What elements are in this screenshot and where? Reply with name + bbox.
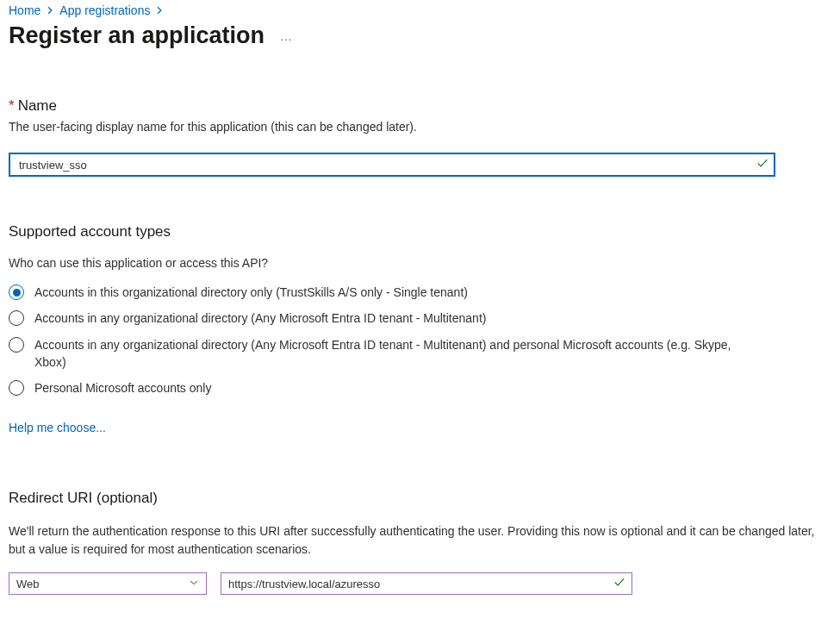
page-header: Register an application … bbox=[9, 22, 831, 49]
redirect-uri-description: We'll return the authentication response… bbox=[9, 522, 818, 559]
chevron-down-icon bbox=[189, 578, 199, 590]
radio-unselected-icon bbox=[9, 380, 24, 396]
redirect-uri-header: Redirect URI (optional) bbox=[9, 490, 831, 507]
platform-select[interactable]: Web bbox=[9, 572, 207, 595]
account-types-header: Supported account types bbox=[9, 223, 831, 241]
help-me-choose-link[interactable]: Help me choose... bbox=[9, 421, 106, 434]
account-types-radio-group: Accounts in this organizational director… bbox=[9, 284, 831, 397]
account-type-option-single-tenant[interactable]: Accounts in this organizational director… bbox=[9, 284, 831, 301]
account-type-option-multitenant[interactable]: Accounts in any organizational directory… bbox=[9, 309, 831, 327]
name-field-description: The user-facing display name for this ap… bbox=[9, 120, 831, 134]
chevron-right-icon bbox=[46, 3, 54, 17]
radio-unselected-icon bbox=[9, 310, 24, 326]
more-actions-button[interactable]: … bbox=[280, 29, 292, 43]
checkmark-icon bbox=[756, 158, 768, 172]
chevron-right-icon bbox=[155, 3, 164, 17]
name-field-section: *Name The user-facing display name for t… bbox=[9, 97, 831, 177]
radio-label: Personal Microsoft accounts only bbox=[34, 379, 211, 397]
name-field-label: *Name bbox=[9, 97, 831, 115]
redirect-uri-input[interactable] bbox=[221, 572, 632, 595]
required-asterisk-icon: * bbox=[9, 97, 15, 114]
account-type-option-multitenant-personal[interactable]: Accounts in any organizational directory… bbox=[9, 336, 831, 372]
account-types-section: Supported account types Who can use this… bbox=[9, 223, 831, 434]
breadcrumb-home[interactable]: Home bbox=[9, 3, 40, 17]
platform-select-value: Web bbox=[16, 578, 40, 590]
radio-selected-icon bbox=[9, 284, 24, 300]
page-title: Register an application bbox=[9, 22, 264, 49]
radio-label: Accounts in this organizational director… bbox=[34, 284, 468, 301]
radio-label: Accounts in any organizational directory… bbox=[34, 309, 486, 327]
app-name-input[interactable] bbox=[9, 153, 775, 177]
account-types-description: Who can use this application or access t… bbox=[9, 256, 831, 270]
radio-unselected-icon bbox=[9, 337, 24, 353]
breadcrumb: Home App registrations bbox=[9, 3, 831, 17]
account-type-option-personal-only[interactable]: Personal Microsoft accounts only bbox=[9, 379, 831, 397]
checkmark-icon bbox=[613, 577, 625, 591]
redirect-uri-section: Redirect URI (optional) We'll return the… bbox=[9, 490, 831, 595]
radio-label: Accounts in any organizational directory… bbox=[34, 336, 762, 372]
breadcrumb-app-registrations[interactable]: App registrations bbox=[59, 3, 150, 17]
